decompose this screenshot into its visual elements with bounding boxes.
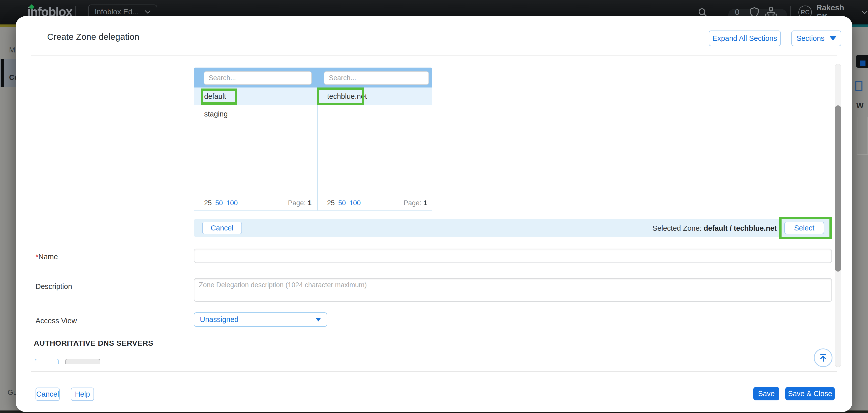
scroll-to-top-button[interactable] [814,349,833,367]
list-item-staging[interactable]: staging [204,105,228,123]
notification-count: 0 [735,7,740,17]
caret-down-icon [830,36,836,40]
footer-divider [31,371,837,372]
page-size-option-50[interactable]: 50 [338,199,346,207]
title-divider [31,56,837,56]
page-number: 1 [424,199,427,207]
caret-down-icon [315,318,321,322]
selected-zone-text: Selected Zone: default / techblue.net [652,224,777,233]
chevron-down-icon [145,9,151,14]
picker-cancel-label: Cancel [211,224,234,232]
background-panel-remnant [857,117,868,154]
clipped-button[interactable] [35,359,59,364]
save-label: Save [758,389,775,398]
help-button[interactable]: Help [71,387,94,401]
selected-zone-label: Selected Zone: [652,224,702,232]
column-divider [317,88,317,210]
description-textarea[interactable] [194,278,832,302]
name-label-text: Name [38,253,58,261]
access-view-select[interactable]: Unassigned [194,313,327,327]
search-icon [698,7,708,18]
annotation-box-default [201,88,237,105]
expand-all-label: Expand All Sections [713,34,777,42]
background-text-remnant: w [857,100,864,111]
picker-cancel-button[interactable]: Cancel [202,222,242,234]
chevron-down-icon [862,10,868,14]
page-label: Page: [403,199,422,207]
required-asterisk: * [35,253,38,261]
page-size-option-100[interactable]: 100 [349,199,361,207]
modal-scrollbar-track[interactable] [835,64,841,367]
page-size-option-25[interactable]: 25 [327,199,335,207]
sections-dropdown-button[interactable]: Sections [792,30,841,46]
cancel-button[interactable]: Cancel [35,387,60,401]
page-number: 1 [308,199,311,207]
zone-picker-columns: default staging 25 50 100 Page: 1 techbl… [194,88,432,210]
clipped-button-disabled[interactable] [65,359,100,364]
help-label: Help [75,390,90,399]
sidebar-accent-bar [0,25,16,27]
avatar-initials: RC [801,9,809,16]
access-view-label: Access View [35,317,77,325]
zone-search-input-view[interactable] [204,71,312,85]
scroll-top-icon [818,353,828,362]
annotation-box-techblue [317,88,364,105]
background-outline-remnant [856,81,863,91]
description-label: Description [35,283,72,291]
sections-label: Sections [797,34,825,42]
zone-search-input-zone[interactable] [324,71,429,85]
name-label: *Name [35,253,58,261]
cancel-label: Cancel [36,390,59,399]
background-blue-remnant [860,60,866,66]
page-indicator: Page: 1 [288,196,311,210]
page-size-option-50[interactable]: 50 [215,199,223,207]
page-label: Page: [288,199,306,207]
selected-zone-value: default / techblue.net [704,224,777,232]
sidebar-item-active[interactable]: Co [0,59,16,87]
expand-all-sections-button[interactable]: Expand All Sections [709,30,781,46]
page-size-option-25[interactable]: 25 [204,199,212,207]
create-zone-delegation-dialog: Create Zone delegation Expand All Sectio… [16,16,852,412]
page-indicator: Page: 1 [403,196,427,210]
access-view-value: Unassigned [200,316,239,324]
app-switcher-label: Infoblox Ed... [94,7,138,16]
save-and-close-label: Save & Close [788,389,832,398]
page-size-selector: 25 50 100 [327,196,361,210]
save-button[interactable]: Save [753,387,779,401]
modal-scrollbar-thumb[interactable] [835,106,841,271]
active-indicator-bar [1,59,4,87]
dialog-title: Create Zone delegation [47,32,140,42]
page-size-selector: 25 50 100 [204,196,238,210]
save-and-close-button[interactable]: Save & Close [785,387,835,401]
name-input[interactable] [194,248,832,263]
page-size-option-100[interactable]: 100 [226,199,238,207]
sidebar-item-clipped[interactable]: M [9,46,15,54]
authoritative-dns-servers-heading: AUTHORITATIVE DNS SERVERS [34,339,153,348]
zone-picker-search-band [194,67,432,88]
annotation-box-select [779,217,832,239]
background-divider [854,69,868,69]
